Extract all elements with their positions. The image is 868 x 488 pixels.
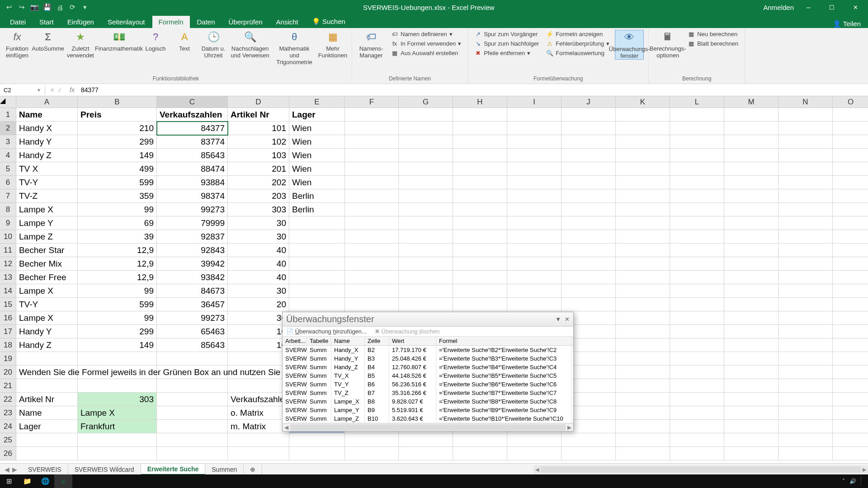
cell[interactable]: Artikel Nr: [16, 393, 78, 406]
error-check-button[interactable]: ⚠Fehlerüberprüfung ▾: [544, 39, 611, 47]
cell[interactable]: [507, 216, 561, 230]
watch-scrollbar[interactable]: ◀ ▶: [283, 423, 573, 431]
cell[interactable]: [345, 271, 399, 284]
cancel-fx-icon[interactable]: ✕: [50, 87, 55, 94]
cell[interactable]: [616, 189, 670, 203]
cell[interactable]: [507, 298, 561, 311]
column-header-E[interactable]: E: [289, 96, 345, 108]
cell[interactable]: Frankfurt: [78, 420, 157, 433]
cell[interactable]: [453, 433, 507, 447]
redo-icon[interactable]: ↪: [17, 3, 26, 12]
cell[interactable]: [670, 108, 724, 122]
cell[interactable]: 84673: [157, 284, 228, 298]
column-header-K[interactable]: K: [616, 96, 670, 108]
column-header-D[interactable]: D: [228, 96, 289, 108]
cell[interactable]: 99: [78, 311, 157, 325]
sheet-sverweis[interactable]: SVERWEIS: [22, 465, 68, 474]
cell[interactable]: [778, 216, 833, 230]
show-formulas-button[interactable]: ⚡Formeln anzeigen: [544, 30, 611, 38]
cell[interactable]: 93884: [157, 176, 228, 189]
cell[interactable]: [616, 244, 670, 257]
cell[interactable]: 99: [78, 284, 157, 298]
cell[interactable]: [16, 352, 78, 366]
cell[interactable]: [778, 325, 833, 338]
cell[interactable]: 12,9: [78, 271, 157, 284]
row-header-12[interactable]: 12: [0, 257, 16, 271]
cell[interactable]: 12,9: [78, 244, 157, 257]
account-link[interactable]: Anmelden: [763, 4, 794, 11]
cell[interactable]: [507, 271, 561, 284]
watch-row[interactable]: SVERW...SummHandy_ZB412.760.807 €='Erwei…: [283, 363, 573, 371]
close-button[interactable]: ✕: [846, 1, 864, 14]
cell[interactable]: [724, 203, 778, 216]
cell[interactable]: [453, 162, 507, 176]
row-header-25[interactable]: 25: [0, 433, 16, 447]
cell[interactable]: 39942: [157, 257, 228, 271]
financial-button[interactable]: 💵Finanzmathematik: [99, 30, 139, 52]
cell[interactable]: [561, 122, 616, 135]
row-header-16[interactable]: 16: [0, 311, 16, 325]
row-header-6[interactable]: 6: [0, 176, 16, 189]
cell[interactable]: [724, 433, 778, 447]
row-header-17[interactable]: 17: [0, 325, 16, 338]
cell[interactable]: [670, 393, 724, 406]
watch-col-formula[interactable]: Formel: [436, 337, 572, 345]
cell[interactable]: [399, 244, 453, 257]
cell[interactable]: [561, 244, 616, 257]
cell[interactable]: [724, 149, 778, 162]
cell[interactable]: [778, 298, 833, 311]
row-header-21[interactable]: 21: [0, 379, 16, 393]
column-header-L[interactable]: L: [670, 96, 724, 108]
scroll-left-icon[interactable]: ◀: [284, 424, 288, 431]
cell[interactable]: [670, 230, 724, 244]
math-button[interactable]: θMathematik und Trigonometrie: [274, 30, 315, 66]
cell[interactable]: Lampe X: [16, 203, 78, 216]
column-header-J[interactable]: J: [561, 96, 616, 108]
cell[interactable]: [833, 257, 868, 271]
tab-seitenlayout[interactable]: Seitenlayout: [101, 16, 151, 28]
cell[interactable]: [453, 271, 507, 284]
cell[interactable]: [507, 122, 561, 135]
cell[interactable]: [724, 366, 778, 379]
speaker-icon[interactable]: 🔊: [849, 478, 856, 484]
cell[interactable]: [724, 176, 778, 189]
cell[interactable]: [399, 122, 453, 135]
cell[interactable]: [778, 433, 833, 447]
cell[interactable]: 85643: [157, 338, 228, 352]
cell[interactable]: [670, 257, 724, 271]
watch-window-button[interactable]: 👁Überwachungs-fenster: [615, 30, 644, 60]
watch-col-name[interactable]: Name: [331, 337, 365, 345]
cell[interactable]: [453, 122, 507, 135]
cell[interactable]: [453, 244, 507, 257]
cell[interactable]: [833, 366, 868, 379]
cell[interactable]: [399, 433, 453, 447]
cell[interactable]: 303: [78, 393, 157, 406]
cell[interactable]: [670, 311, 724, 325]
name-manager-button[interactable]: 🏷Namens-Manager: [357, 30, 386, 59]
cell[interactable]: 210: [78, 122, 157, 135]
cell[interactable]: [507, 257, 561, 271]
row-header-2[interactable]: 2: [0, 122, 16, 135]
cell[interactable]: 599: [78, 298, 157, 311]
tab-datei[interactable]: Datei: [4, 16, 32, 28]
cell[interactable]: [778, 311, 833, 325]
cell[interactable]: [289, 257, 345, 271]
cell[interactable]: [778, 406, 833, 420]
cell[interactable]: [345, 149, 399, 162]
row-header-20[interactable]: 20: [0, 366, 16, 379]
cell[interactable]: [778, 447, 833, 460]
watch-row[interactable]: SVERW...SummTV_ZB735.316.266 €='Erweiter…: [283, 389, 573, 397]
cell[interactable]: [724, 257, 778, 271]
cell[interactable]: [289, 447, 345, 460]
cell[interactable]: [399, 298, 453, 311]
cell[interactable]: [157, 447, 228, 460]
watch-row[interactable]: SVERW...SummLampe_YB95.519.931 €='Erweit…: [283, 406, 573, 414]
cell[interactable]: [670, 203, 724, 216]
cell[interactable]: [399, 135, 453, 149]
cell[interactable]: 39: [78, 230, 157, 244]
cell[interactable]: [778, 393, 833, 406]
cell[interactable]: [616, 338, 670, 352]
row-header-9[interactable]: 9: [0, 216, 16, 230]
cell[interactable]: [507, 189, 561, 203]
watch-title-bar[interactable]: Überwachungsfenster ▼ ✕: [283, 312, 573, 327]
